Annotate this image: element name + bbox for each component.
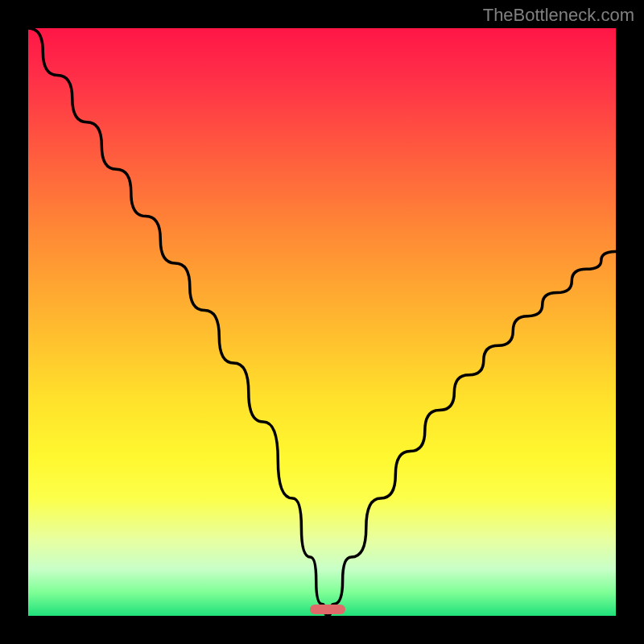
watermark-text: TheBottleneck.com	[483, 5, 634, 26]
bottleneck-curve	[28, 28, 616, 616]
chart-plot-area	[28, 28, 616, 616]
optimal-marker	[310, 605, 345, 614]
